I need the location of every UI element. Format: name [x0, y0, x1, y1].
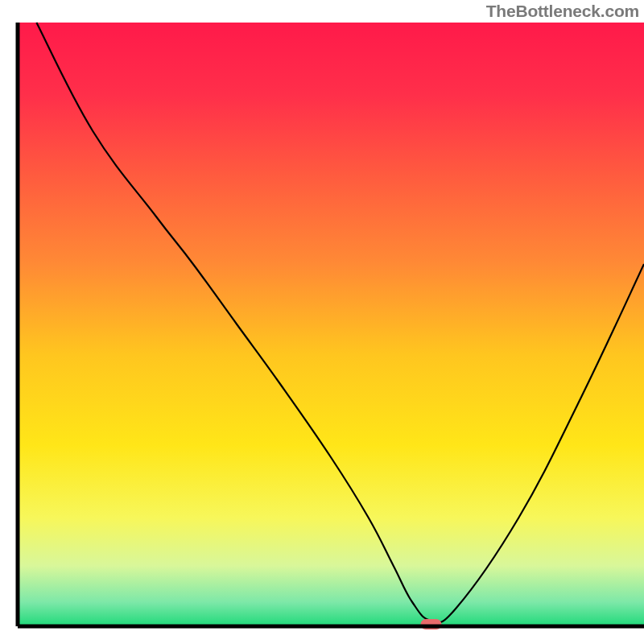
chart-background-gradient: [18, 23, 644, 626]
watermark-label: TheBottleneck.com: [486, 2, 639, 21]
bottleneck-chart: [0, 0, 644, 644]
